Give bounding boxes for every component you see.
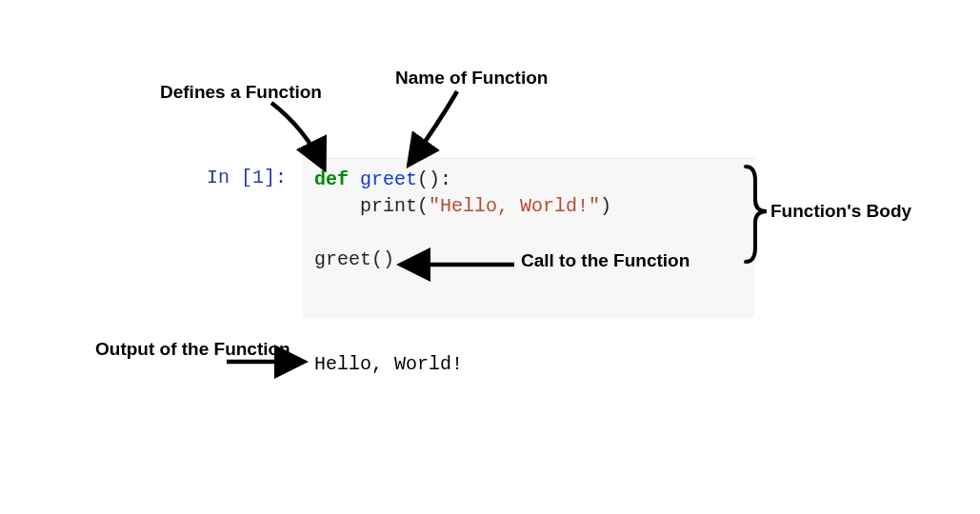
call-to-function-label: Call to the Function	[521, 250, 690, 272]
print-call: print	[360, 195, 417, 217]
print-open: (	[417, 195, 429, 217]
functions-body-label: Function's Body	[770, 200, 911, 223]
function-call: greet()	[314, 248, 394, 270]
string-literal: "Hello, World!"	[429, 195, 600, 217]
name-of-function-label: Name of Function	[395, 67, 548, 89]
arrow-icon	[410, 91, 457, 164]
cell-output: Hello, World!	[314, 353, 463, 375]
input-prompt: In [1]:	[207, 167, 287, 188]
defines-function-label: Defines a Function	[160, 81, 322, 104]
keyword-def: def	[314, 168, 349, 190]
print-close: )	[600, 195, 611, 217]
function-name: greet	[360, 168, 417, 190]
output-of-function-label: Output of the Function	[95, 338, 290, 361]
signature-close: ():	[417, 168, 451, 190]
